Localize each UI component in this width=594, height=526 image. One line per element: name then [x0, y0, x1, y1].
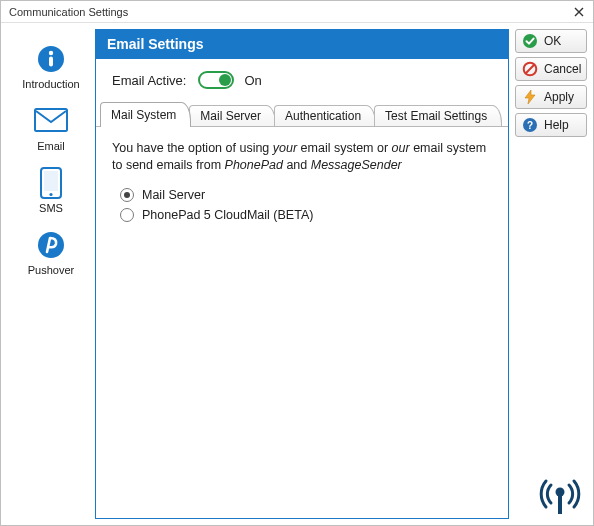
- svg-rect-2: [49, 57, 53, 67]
- ok-icon: [522, 33, 538, 49]
- radio-label: Mail Server: [142, 188, 205, 202]
- ok-button[interactable]: OK: [515, 29, 587, 53]
- sidebar-item-label: Pushover: [28, 264, 74, 276]
- sidebar-item-label: SMS: [39, 202, 63, 214]
- cancel-icon: [522, 61, 538, 77]
- tab-label: Mail Server: [200, 109, 261, 123]
- email-active-state: On: [244, 73, 261, 88]
- tab-mail-system[interactable]: Mail System: [100, 102, 191, 127]
- sidebar-item-pushover[interactable]: Pushover: [13, 223, 89, 285]
- svg-point-1: [49, 51, 53, 55]
- tab-label: Mail System: [111, 108, 176, 122]
- button-label: Apply: [544, 90, 580, 104]
- tab-strip: Mail System Mail Server Authentication T…: [96, 101, 508, 127]
- button-label: OK: [544, 34, 580, 48]
- text-emph: your: [273, 141, 297, 155]
- toggle-knob: [219, 74, 231, 86]
- email-active-label: Email Active:: [112, 73, 186, 88]
- svg-text:?: ?: [527, 120, 533, 131]
- window-body: Introduction Email SMS Pushover Email Se…: [1, 23, 593, 525]
- tab-label: Test Email Settings: [385, 109, 487, 123]
- main-panel: Email Settings Email Active: On Mail Sys…: [95, 29, 509, 519]
- email-icon: [34, 104, 68, 138]
- tab-label: Authentication: [285, 109, 361, 123]
- svg-point-7: [38, 232, 64, 258]
- sidebar-item-label: Email: [37, 140, 65, 152]
- help-icon: ?: [522, 117, 538, 133]
- radio-icon: [120, 208, 134, 222]
- text: email system or: [297, 141, 391, 155]
- mail-system-description: You have the option of using your email …: [112, 140, 492, 174]
- text: and: [283, 158, 311, 172]
- sidebar-item-sms[interactable]: SMS: [13, 161, 89, 223]
- svg-point-6: [49, 193, 52, 196]
- text-emph: our: [392, 141, 410, 155]
- button-label: Help: [544, 118, 580, 132]
- panel-body: Email Active: On Mail System Mail Server…: [95, 59, 509, 519]
- title-bar: Communication Settings: [1, 1, 593, 23]
- svg-rect-14: [558, 494, 562, 514]
- text: You have the option of using: [112, 141, 273, 155]
- radio-cloudmail[interactable]: PhonePad 5 CloudMail (BETA): [120, 208, 492, 222]
- pushover-icon: [34, 228, 68, 262]
- help-button[interactable]: ? Help: [515, 113, 587, 137]
- email-active-row: Email Active: On: [96, 59, 508, 101]
- apply-button[interactable]: Apply: [515, 85, 587, 109]
- dialog-buttons: OK Cancel Apply ? Help: [509, 29, 587, 519]
- panel-header: Email Settings: [95, 29, 509, 59]
- radio-mail-server[interactable]: Mail Server: [120, 188, 492, 202]
- svg-point-8: [523, 34, 537, 48]
- sidebar-item-label: Introduction: [22, 78, 79, 90]
- svg-line-10: [526, 65, 534, 73]
- text-emph: PhonePad: [225, 158, 283, 172]
- close-button[interactable]: [571, 4, 587, 20]
- radio-icon: [120, 188, 134, 202]
- sidebar-item-introduction[interactable]: Introduction: [13, 37, 89, 99]
- panel-title: Email Settings: [107, 36, 203, 52]
- apply-icon: [522, 89, 538, 105]
- svg-rect-3: [35, 109, 67, 131]
- tab-content-mail-system: You have the option of using your email …: [96, 127, 508, 518]
- broadcast-icon: [537, 471, 583, 517]
- tab-test-email-settings[interactable]: Test Email Settings: [374, 105, 502, 127]
- tab-authentication[interactable]: Authentication: [274, 105, 376, 127]
- sidebar-item-email[interactable]: Email: [13, 99, 89, 161]
- text-emph: MessageSender: [311, 158, 402, 172]
- cancel-button[interactable]: Cancel: [515, 57, 587, 81]
- tab-mail-server[interactable]: Mail Server: [189, 105, 276, 127]
- svg-rect-5: [44, 171, 58, 191]
- email-active-toggle[interactable]: [198, 71, 234, 89]
- sidebar: Introduction Email SMS Pushover: [7, 29, 95, 519]
- radio-label: PhonePad 5 CloudMail (BETA): [142, 208, 313, 222]
- close-icon: [574, 7, 584, 17]
- sms-icon: [34, 166, 68, 200]
- window-title: Communication Settings: [9, 6, 128, 18]
- info-icon: [34, 42, 68, 76]
- button-label: Cancel: [544, 62, 581, 76]
